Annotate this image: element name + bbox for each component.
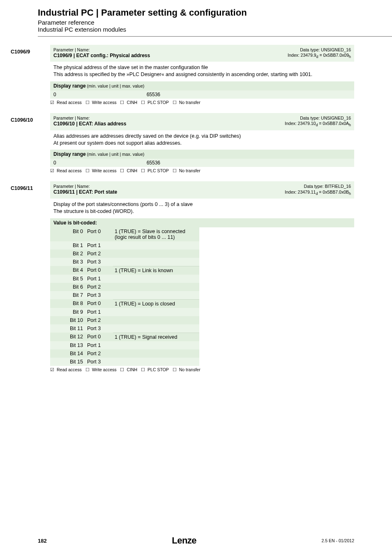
cinh-glyph: ☐ <box>120 100 124 105</box>
param-meta: Data type: UNSIGNED_16 Index: 23479.9d =… <box>288 47 351 59</box>
header-rule <box>38 36 392 37</box>
port-label: Port 3 <box>85 358 113 366</box>
bit-label: Bit 1 <box>50 241 85 250</box>
range-heading: Display range (min. value | unit | max. … <box>50 81 354 90</box>
write-label: Write access <box>92 168 117 173</box>
port-label: Port 2 <box>85 250 113 258</box>
port-label: Port 0 <box>85 266 113 275</box>
param-meta: Data type: UNSIGNED_16 Index: 23479.10d … <box>285 116 351 127</box>
description: Alias addresses are addresses directly s… <box>50 130 354 150</box>
access-row: ☑Read access ☐Write access ☐CINH ☐PLC ST… <box>50 167 354 174</box>
port-label: Port 0 <box>85 227 113 241</box>
bit-meaning: 1 (TRUE) = Link is known <box>113 266 199 275</box>
bit-label: Bit 5 <box>50 275 85 283</box>
write-label: Write access <box>92 367 117 372</box>
range-heading-text: Display range <box>53 151 86 157</box>
read-label: Read access <box>57 100 82 105</box>
range-row: 0 65536 <box>50 159 354 167</box>
logo-text: Lenze <box>172 535 196 546</box>
bit-label: Bit 6 <box>50 283 85 291</box>
desc-line-1: Alias addresses are addresses directly s… <box>53 133 351 140</box>
index-prefix: Index: 23479.10 <box>285 121 316 126</box>
bit-label: Bit 11 <box>50 324 85 333</box>
bit-label: Bit 2 <box>50 250 85 258</box>
plc-label: PLC STOP <box>148 168 169 173</box>
bit-label: Bit 10 <box>50 316 85 324</box>
bit-meaning: 1 (TRUE) = Signal received <box>113 333 199 341</box>
bit-label: Bit 14 <box>50 349 85 358</box>
cinh-glyph: ☐ <box>120 168 124 173</box>
range-min: 0 <box>53 92 115 97</box>
range-max: 65536 <box>115 160 177 166</box>
bit-label: Bit 15 <box>50 358 85 366</box>
index-tail-sub: h <box>349 192 351 196</box>
bit-label: Bit 12 <box>50 333 85 341</box>
read-label: Read access <box>57 367 82 372</box>
logo: Lenze <box>172 535 196 546</box>
range-row: 0 65536 <box>50 90 354 99</box>
index-tail: = 0x5BB7.0x0B <box>318 190 349 194</box>
param-header: Parameter | Name: C1096/10 | ECAT: Alias… <box>50 113 354 130</box>
data-type: Data type: UNSIGNED_16 <box>285 116 351 121</box>
plc-label: PLC STOP <box>148 100 169 105</box>
cinh-glyph: ☐ <box>120 367 124 372</box>
port-label: Port 2 <box>85 316 113 324</box>
anchor-c1096-11: C1096/11 <box>0 181 50 372</box>
description: Display of the port states/connections (… <box>50 199 354 218</box>
desc-line-2: At present our system does not support a… <box>53 140 351 147</box>
revision: 2.5 EN - 01/2012 <box>322 538 354 543</box>
param-name: C1096/11 | ECAT: Port state <box>53 189 117 195</box>
read-label: Read access <box>57 168 82 173</box>
port-label: Port 0 <box>85 333 113 341</box>
desc-line-1: The physical address of the slave set in… <box>53 64 351 71</box>
bit-meaning: 1 (TRUE) = Slave is connected (logic res… <box>113 227 199 241</box>
desc-line-2: The structure is bit-coded (WORD). <box>53 208 351 215</box>
port-label: Port 3 <box>85 291 113 299</box>
cinh-label: CINH <box>127 168 137 173</box>
description: The physical address of the slave set in… <box>50 62 354 81</box>
nt-label: No transfer <box>179 367 201 372</box>
range-min: 0 <box>53 160 115 166</box>
range-heading-text: Display range <box>53 83 86 89</box>
access-row: ☑Read access ☐Write access ☐CINH ☐PLC ST… <box>50 366 354 373</box>
cinh-label: CINH <box>127 100 137 105</box>
index-prefix: Index: 23479.11 <box>285 190 316 194</box>
port-label: Port 3 <box>85 324 113 333</box>
range-sub: (min. value | unit | max. value) <box>86 83 145 88</box>
bit-label: Bit 9 <box>50 308 85 316</box>
bit-label: Bit 4 <box>50 266 85 275</box>
bit-label: Bit 8 <box>50 299 85 308</box>
range-max: 65536 <box>115 92 177 97</box>
page-subtitle-2: Industrial PC extension modules <box>0 26 392 35</box>
page-title: Industrial PC | Parameter setting & conf… <box>0 0 392 18</box>
page-number: 182 <box>38 538 47 544</box>
read-glyph: ☑ <box>50 100 54 105</box>
nt-label: No transfer <box>179 100 201 105</box>
bit-label: Bit 0 <box>50 227 85 241</box>
param-label: Parameter | Name: <box>53 116 126 120</box>
bit-meaning: 1 (TRUE) = Loop is closed <box>113 299 199 308</box>
port-label: Port 1 <box>85 241 113 250</box>
param-header: Parameter | Name: C1096/11 | ECAT: Port … <box>50 181 354 198</box>
data-type: Data type: BITFIELD_16 <box>285 184 351 189</box>
index-tail: = 0x5BB7.0x09 <box>318 53 349 58</box>
param-name: C1096/9 | ECAT config.: Physical address <box>53 52 150 58</box>
nt-glyph: ☐ <box>173 168 177 173</box>
bit-label: Bit 3 <box>50 258 85 266</box>
bit-heading: Value is bit-coded: <box>50 218 354 227</box>
plc-glyph: ☐ <box>141 168 145 173</box>
write-glyph: ☐ <box>85 168 90 173</box>
read-glyph: ☑ <box>50 168 54 173</box>
desc-line-2: This address is specified by the »PLC De… <box>53 71 351 78</box>
port-label: Port 1 <box>85 308 113 316</box>
index-tail: = 0x5BB7.0x0A <box>318 121 349 126</box>
range-sub: (min. value | unit | max. value) <box>86 152 145 157</box>
param-meta: Data type: BITFIELD_16 Index: 23479.11d … <box>285 184 351 196</box>
param-label: Parameter | Name: <box>53 47 150 52</box>
plc-glyph: ☐ <box>141 367 145 372</box>
param-label: Parameter | Name: <box>53 184 117 189</box>
write-glyph: ☐ <box>85 367 90 372</box>
section-c1096-10: C1096/10 Parameter | Name: C1096/10 | EC… <box>0 113 354 174</box>
bit-label: Bit 7 <box>50 291 85 299</box>
write-label: Write access <box>92 100 117 105</box>
